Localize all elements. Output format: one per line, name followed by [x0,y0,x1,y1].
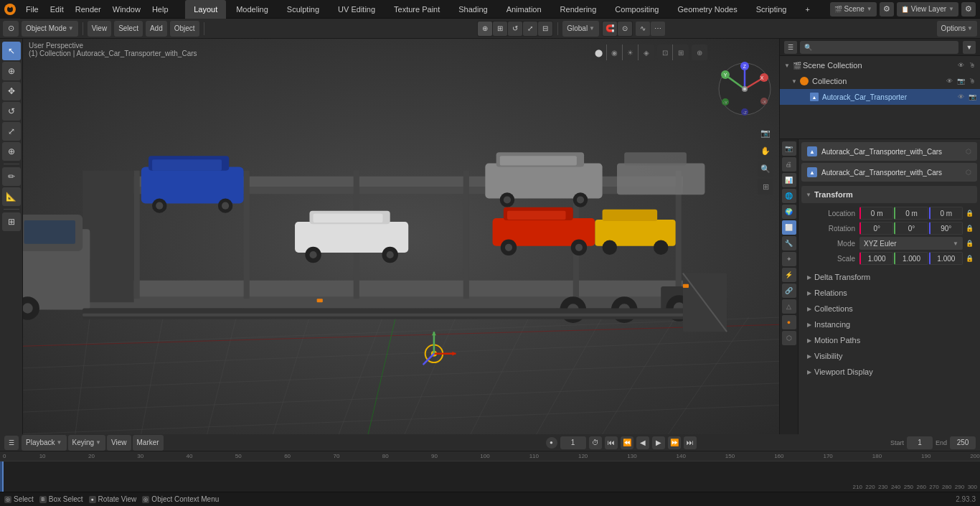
scale-x-field[interactable]: 1.000 [859,252,893,265]
outliner-search-field[interactable]: 🔍 [800,41,958,54]
object-name-field[interactable]: ▲ Autorack_Car_Transporter_with_Cars ⬡ [801,142,977,161]
workspace-animation[interactable]: Animation [498,0,550,19]
object-btn[interactable]: Object [170,21,199,37]
outliner-filter-icon[interactable]: ▼ [963,41,976,54]
material-shading-btn[interactable]: ◉ [607,44,623,60]
viewport-overlay-btn[interactable]: ⊞ [673,44,689,60]
delta-transform-section[interactable]: ▶ Delta Transform [801,269,977,285]
render-tab-btn[interactable]: 📷 [782,141,796,156]
move-icon[interactable]: ⊞ [493,22,507,36]
obj-name-expand-icon[interactable]: ⬡ [966,148,971,155]
workspace-compositing[interactable]: Compositing [606,0,667,19]
timeline-track[interactable]: 0 10 20 30 40 50 60 70 80 90 100 110 120… [0,451,980,492]
gizmo-btn[interactable]: ⊕ [692,44,707,60]
view-layer-tab-btn[interactable]: 📊 [782,173,796,187]
viewpoint-icon-btn[interactable]: ⊞ [758,179,773,195]
object-tab-btn[interactable]: ⬜ [782,220,796,235]
object-data-tab-btn[interactable]: △ [782,299,796,314]
options-btn[interactable]: Options ▼ [937,21,977,37]
select-btn[interactable]: Select [114,21,143,37]
visibility-section[interactable]: ▶ Visibility [801,348,977,364]
outliner-collection[interactable]: ▼ Collection 👁 📷 🖱 [780,73,980,89]
workspace-texture-paint[interactable]: Texture Paint [385,0,448,19]
collection-restrict-select-icon[interactable]: 🖱 [967,76,977,86]
constraints-tab-btn[interactable]: 🔗 [782,284,796,298]
relations-section[interactable]: ▶ Relations [801,285,977,301]
proportional-editing-icon[interactable]: ⊙ [618,22,632,36]
frame-counter-icon[interactable]: ⏱ [589,436,602,449]
view-btn[interactable]: View [88,21,112,37]
pivot-btn[interactable]: Global ▼ [562,21,599,37]
scale-y-field[interactable]: 1.000 [894,252,928,265]
play-reverse-btn[interactable]: ◀ [636,436,649,449]
location-y-field[interactable]: 0 m [894,207,928,220]
scale-z-field[interactable]: 1.000 [929,252,963,265]
location-z-field[interactable]: 0 m [929,207,963,220]
rotation-mode-lock-icon[interactable]: 🔒 [964,238,974,248]
move-tool-btn[interactable]: ✥ [2,82,21,100]
workspace-uv-editing[interactable]: UV Editing [329,0,384,19]
workspace-shading[interactable]: Shading [450,0,496,19]
help-menu[interactable]: Help [146,0,174,19]
mode-icon-btn[interactable]: ⊙ [3,21,19,37]
nav-gizmo[interactable]: X Y Z -X -Y -Z [716,60,773,118]
outliner-menu-icon[interactable]: ☰ [784,41,797,54]
location-lock-icon[interactable]: 🔒 [964,208,974,218]
view-layer-options-btn[interactable]: ⚙ [961,2,976,17]
output-tab-btn[interactable]: 🖨 [782,157,796,172]
world-tab-btn[interactable]: 🌍 [782,205,796,219]
playback-btn[interactable]: Playback ▼ [22,435,67,451]
viewport-display-section[interactable]: ▶ Viewport Display [801,364,977,380]
jump-end-btn[interactable]: ⏭ [684,436,697,449]
step-forward-btn[interactable]: ⏩ [668,436,681,449]
material-tab-btn[interactable]: ● [782,315,796,329]
add-obj-tool-btn[interactable]: ⊞ [2,212,21,231]
blender-logo-icon[interactable] [0,0,20,19]
scene-restrict-select-icon[interactable]: 🖱 [967,60,977,70]
collections-section[interactable]: ▶ Collections [801,301,977,317]
curve2-icon[interactable]: ⋯ [651,22,665,36]
view-timeline-btn[interactable]: View [107,435,131,451]
motion-paths-section[interactable]: ▶ Motion Paths [801,332,977,348]
rotation-mode-select[interactable]: XYZ Euler ▼ [859,237,963,250]
workspace-geometry-nodes[interactable]: Geometry Nodes [669,0,745,19]
workspace-sculpting[interactable]: Sculpting [278,0,328,19]
rotation-lock-icon[interactable]: 🔒 [964,223,974,233]
step-back-btn[interactable]: ⏪ [621,436,633,449]
viewport[interactable]: User Perspective (1) Collection | Autora… [23,39,779,434]
start-frame-input[interactable]: 1 [907,436,933,449]
location-x-field[interactable]: 0 m [859,207,893,220]
workspace-scripting[interactable]: Scripting [748,0,796,19]
outliner-object[interactable]: ▲ Autorack_Car_Transporter 👁 📷 [780,89,980,105]
scale-lock-icon[interactable]: 🔒 [964,253,974,263]
curve1-icon[interactable]: ∿ [636,22,650,36]
scene-tab-btn[interactable]: 🌐 [782,189,796,203]
rotate-icon[interactable]: ↺ [508,22,522,36]
scale-tool-btn[interactable]: ⤢ [2,122,21,141]
outliner-scene-collection[interactable]: ▼ 🎬 Scene Collection 👁 🖱 [780,57,980,73]
cursor-icon[interactable]: ⊕ [478,22,492,36]
rotation-y-field[interactable]: 0° [894,222,928,235]
camera-icon-btn[interactable]: 📷 [758,125,773,141]
instancing-section[interactable]: ▶ Instancing [801,317,977,332]
rotation-x-field[interactable]: 0° [859,222,893,235]
obj-restrict-view-icon[interactable]: 👁 [956,92,966,102]
object-mode-btn[interactable]: Object Mode ▼ [22,21,78,37]
scene-options-btn[interactable]: ⚙ [880,2,894,17]
solid-shading-btn[interactable]: ⬤ [591,44,607,60]
scene-selector[interactable]: 🎬 Scene ▼ [830,2,877,17]
current-frame-input[interactable]: 1 [560,436,586,449]
modifier-tab-btn[interactable]: 🔧 [782,236,796,250]
physics-tab-btn[interactable]: ⚡ [782,268,796,282]
view-layer-selector[interactable]: 📋 View Layer ▼ [897,2,958,17]
play-btn[interactable]: ▶ [652,436,665,449]
cursor-tool-btn[interactable]: ⊕ [2,62,21,80]
file-menu[interactable]: File [20,0,44,19]
texture-tab-btn[interactable]: ⬡ [782,331,796,345]
marker-btn[interactable]: Marker [133,435,164,451]
timeline-menu-icon[interactable]: ☰ [4,436,19,450]
collection-restrict-view-icon[interactable]: 👁 [944,76,954,86]
transform-icon[interactable]: ⊟ [538,22,552,36]
rendered-shading-btn[interactable]: ☀ [623,44,639,60]
collection-restrict-render-icon[interactable]: 📷 [956,76,966,86]
